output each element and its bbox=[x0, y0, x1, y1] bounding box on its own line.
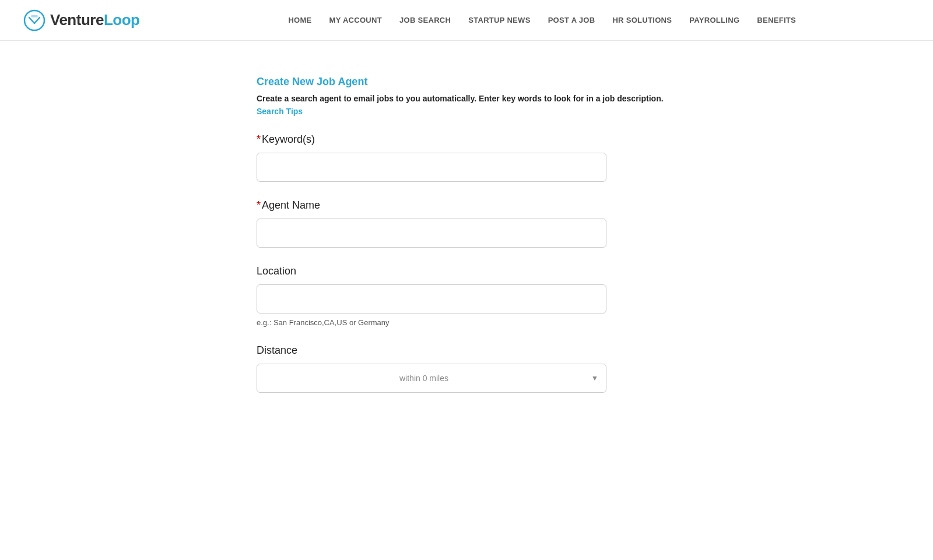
agent-name-group: *Agent Name bbox=[257, 199, 676, 248]
agent-name-required-star: * bbox=[257, 199, 261, 211]
logo[interactable]: VentureLoop bbox=[23, 9, 139, 31]
logo-loop-text: Loop bbox=[104, 11, 140, 29]
distance-select[interactable]: within 0 miles within 5 miles within 10 … bbox=[257, 364, 606, 393]
nav-startup-news[interactable]: STARTUP NEWS bbox=[468, 16, 530, 24]
agent-name-label: *Agent Name bbox=[257, 199, 676, 212]
main-content: Create New Job Agent Create a search age… bbox=[233, 41, 700, 434]
keywords-required-star: * bbox=[257, 133, 261, 145]
nav-benefits[interactable]: BENEFITS bbox=[757, 16, 796, 24]
search-tips-link[interactable]: Search Tips bbox=[257, 107, 303, 116]
nav-hr-solutions[interactable]: HR SOLUTIONS bbox=[612, 16, 672, 24]
location-group: Location e.g.: San Francisco,CA,US or Ge… bbox=[257, 265, 676, 327]
keywords-input[interactable] bbox=[257, 153, 606, 182]
svg-point-0 bbox=[24, 10, 44, 30]
location-hint: e.g.: San Francisco,CA,US or Germany bbox=[257, 318, 676, 327]
distance-label: Distance bbox=[257, 344, 676, 357]
agent-name-input[interactable] bbox=[257, 219, 606, 248]
location-label: Location bbox=[257, 265, 676, 277]
logo-venture-text: Venture bbox=[50, 11, 104, 29]
ventureloop-icon bbox=[23, 9, 45, 31]
nav-payrolling[interactable]: PAYROLLING bbox=[689, 16, 739, 24]
keywords-group: *Keyword(s) bbox=[257, 133, 676, 182]
keywords-label: *Keyword(s) bbox=[257, 133, 676, 146]
nav-job-search[interactable]: JOB SEARCH bbox=[399, 16, 451, 24]
nav-post-a-job[interactable]: POST A JOB bbox=[548, 16, 595, 24]
distance-select-wrapper: within 0 miles within 5 miles within 10 … bbox=[257, 364, 606, 393]
distance-group: Distance within 0 miles within 5 miles w… bbox=[257, 344, 676, 393]
page-title: Create New Job Agent bbox=[257, 76, 676, 88]
header: VentureLoop HOME MY ACCOUNT JOB SEARCH S… bbox=[0, 0, 933, 41]
main-nav: HOME MY ACCOUNT JOB SEARCH STARTUP NEWS … bbox=[174, 16, 910, 24]
nav-my-account[interactable]: MY ACCOUNT bbox=[329, 16, 382, 24]
page-description: Create a search agent to email jobs to y… bbox=[257, 94, 676, 103]
location-input[interactable] bbox=[257, 284, 606, 314]
nav-home[interactable]: HOME bbox=[288, 16, 311, 24]
